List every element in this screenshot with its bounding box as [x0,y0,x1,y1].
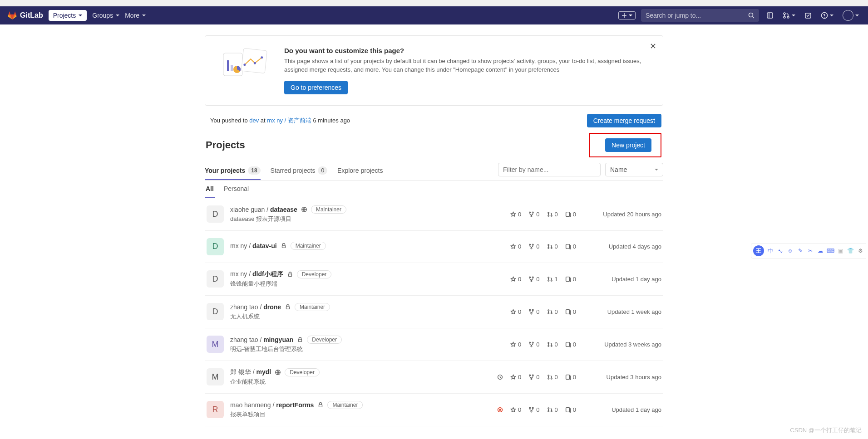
project-description: dataease 报表开源项目 [230,215,504,223]
svg-point-48 [529,342,531,343]
updated-time: Updated 3 weeks ago [584,341,661,348]
new-project-button[interactable]: New project [605,138,651,152]
push-project-link[interactable]: mx ny / 资产前端 [267,117,311,124]
forks-stat[interactable]: 0 [528,211,539,218]
nav-projects-dropdown[interactable]: Projects [49,10,87,21]
project-avatar: D [207,270,224,288]
merge-requests-stat[interactable]: 0 [547,406,558,413]
projects-subtabs: All Personal [205,180,663,198]
nav-more-dropdown[interactable]: More [125,12,146,19]
globe-icon [275,369,281,376]
project-name[interactable]: mingyuan [263,336,293,343]
new-resource-dropdown[interactable] [618,11,636,20]
merge-requests-stat[interactable]: 0 [547,211,558,218]
forks-stat[interactable]: 0 [528,243,539,250]
customize-page-banner: ✕ Do you want to customize this page? Th… [205,35,663,106]
forks-stat[interactable]: 0 [528,308,539,315]
float-logo-icon[interactable]: 王 [753,245,764,256]
forks-stat[interactable]: 0 [528,406,539,413]
project-row[interactable]: M zhang tao / mingyuan Developer 明远-智慧工地… [205,328,663,361]
stars-stat[interactable]: 0 [510,341,521,348]
project-name[interactable]: drone [263,303,281,311]
filter-by-name-input[interactable] [498,163,601,176]
tab-explore-projects[interactable]: Explore projects [337,162,383,180]
access-role-badge: Maintainer [295,303,330,311]
project-row[interactable]: R mao hanmeng / reportForms Maintainer 报… [205,394,663,426]
issues-stat[interactable]: 0 [565,374,576,380]
sort-dropdown[interactable]: Name [605,163,663,176]
close-icon[interactable]: ✕ [650,41,656,51]
svg-point-32 [529,277,531,278]
svg-point-40 [529,309,531,311]
go-to-preferences-button[interactable]: Go to preferences [284,81,348,94]
stars-stat[interactable]: 0 [510,243,521,250]
global-search[interactable] [641,9,759,22]
project-name[interactable]: reportForms [276,401,314,409]
float-gear-icon[interactable]: ⚙ [857,247,864,254]
merge-requests-dropdown[interactable] [781,10,797,21]
float-keyboard-icon[interactable]: ⌨ [827,247,834,254]
float-wand-icon[interactable]: ✎ [797,247,804,254]
merge-requests-stat[interactable]: 0 [547,308,558,315]
project-stats: 0 0 1 0 [510,276,578,283]
svg-point-33 [533,277,534,278]
float-smile-icon[interactable]: ☺ [787,247,794,254]
nav-groups-dropdown[interactable]: Groups [92,12,119,19]
project-row[interactable]: D mx ny / datav-ui Maintainer 0 0 0 0 Up… [205,231,663,263]
float-shirt-icon[interactable]: 👕 [847,247,854,254]
subtab-all[interactable]: All [205,180,215,198]
project-name[interactable]: dldf小程序 [252,270,283,278]
merge-requests-stat[interactable]: 1 [547,276,558,283]
stars-stat[interactable]: 0 [510,374,521,380]
chevron-down-icon [142,15,146,16]
issues-stat[interactable]: 0 [565,276,576,283]
todos-icon[interactable] [803,10,814,21]
stars-stat[interactable]: 0 [510,308,521,315]
issues-stat[interactable]: 0 [565,406,576,413]
lock-icon [317,402,324,408]
user-menu[interactable] [841,8,861,23]
project-name[interactable]: dataease [270,206,297,213]
forks-stat[interactable]: 0 [528,374,539,380]
project-stats: 0 0 0 0 [497,406,578,413]
issues-stat[interactable]: 0 [565,243,576,250]
project-row[interactable]: M 郑 银华 / mydl Developer 企业能耗系统 0 0 0 0 U… [205,361,663,394]
create-merge-request-button[interactable]: Create merge request [587,114,661,127]
search-input[interactable] [646,12,748,19]
starred-count: 0 [318,166,327,175]
svg-point-50 [531,346,532,347]
svg-point-41 [533,309,534,311]
tab-starred-projects[interactable]: Starred projects 0 [271,162,328,180]
float-cn-icon[interactable]: 中 [767,247,774,254]
gitlab-logo[interactable]: GitLab [7,11,43,20]
forks-stat[interactable]: 0 [528,276,539,283]
project-row[interactable]: D mx ny / dldf小程序 Developer 锋锋能量小程序端 0 0… [205,263,663,296]
floating-tool-strip: 王 中 •ₒ ☺ ✎ ✂ ☁ ⌨ ▣ 👕 ⚙ [751,243,866,259]
forks-stat[interactable]: 0 [528,341,539,348]
project-row[interactable]: D xiaohe guan / dataease Maintainer data… [205,198,663,231]
issues-stat[interactable]: 0 [565,341,576,348]
project-row[interactable]: D zhang tao / drone Maintainer 无人机系统 0 0… [205,296,663,328]
issues-icon[interactable] [764,10,775,21]
float-person-icon[interactable]: ▣ [837,247,844,254]
float-cut-icon[interactable]: ✂ [807,247,814,254]
float-cloud-icon[interactable]: ☁ [817,247,824,254]
help-dropdown[interactable] [819,10,835,21]
issues-stat[interactable]: 0 [565,308,576,315]
merge-requests-stat[interactable]: 0 [547,374,558,380]
stars-stat[interactable]: 0 [510,276,521,283]
issues-stat[interactable]: 0 [565,211,576,218]
stars-stat[interactable]: 0 [510,406,521,413]
float-dot-icon[interactable]: •ₒ [777,247,784,254]
project-stats: 0 0 0 0 [510,308,578,315]
project-name[interactable]: datav-ui [252,242,277,249]
merge-requests-stat[interactable]: 0 [547,243,558,250]
project-name[interactable]: mydl [256,368,271,376]
tab-your-projects[interactable]: Your projects 18 [205,162,261,180]
svg-rect-30 [566,244,569,249]
stars-stat[interactable]: 0 [510,211,521,218]
merge-requests-stat[interactable]: 0 [547,341,558,348]
subtab-personal[interactable]: Personal [223,180,250,198]
push-branch-link[interactable]: dev [249,117,259,124]
page-title: Projects [206,139,245,151]
